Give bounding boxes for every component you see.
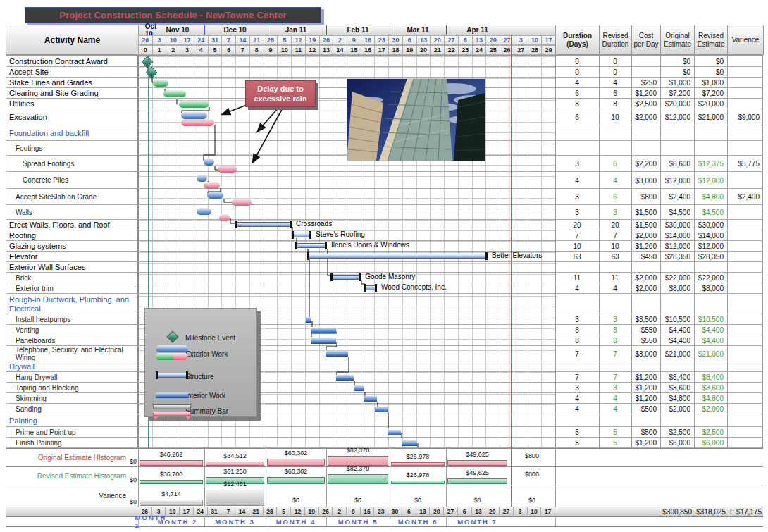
week-number-cell[interactable]: 28	[528, 45, 543, 55]
data-cell[interactable]: $28,350	[695, 252, 726, 262]
week-number-cell[interactable]: 29	[541, 45, 556, 55]
week-date-cell[interactable]: 3	[514, 35, 528, 45]
data-cell[interactable]: 6	[600, 88, 631, 99]
data-cell[interactable]: 8	[600, 325, 631, 335]
gantt-bar-original[interactable]	[207, 192, 223, 199]
data-cell[interactable]: $500	[632, 404, 659, 414]
data-cell[interactable]: 8	[556, 335, 598, 346]
data-cell[interactable]: 11	[600, 273, 631, 283]
data-cell[interactable]: 7	[556, 372, 598, 383]
data-cell[interactable]: 4	[600, 283, 631, 294]
data-cell[interactable]: 3	[600, 314, 631, 325]
data-cell[interactable]: $28,350	[661, 252, 693, 262]
week-number-cell[interactable]: 18	[388, 45, 403, 55]
activity-cell[interactable]: Hang Drywall	[6, 372, 137, 383]
week-number-cell[interactable]: 10	[277, 45, 292, 55]
data-cell[interactable]: $2,500	[661, 427, 693, 438]
gantt-bar-revised[interactable]	[218, 166, 237, 173]
week-number-cell[interactable]: 8	[249, 45, 264, 55]
data-cell[interactable]: 3	[556, 314, 598, 325]
data-cell[interactable]: $3,600	[695, 383, 726, 393]
data-cell[interactable]: $2,000	[632, 273, 659, 283]
gantt-bar-structure[interactable]	[235, 222, 292, 227]
data-cell[interactable]: 20	[600, 220, 631, 230]
week-date-cell[interactable]: 10	[166, 35, 180, 45]
activity-cell[interactable]: Skimming	[6, 393, 137, 404]
gantt-bar-interior[interactable]	[311, 328, 336, 333]
data-cell[interactable]: 4	[556, 393, 598, 404]
week-number-cell[interactable]: 22	[444, 45, 459, 55]
data-cell[interactable]: $550	[632, 335, 659, 346]
activity-cell[interactable]: Finish Painting	[6, 438, 137, 448]
data-cell[interactable]: $4,400	[661, 325, 693, 335]
data-cell[interactable]: $3,500	[632, 314, 659, 325]
data-cell[interactable]: 4	[600, 404, 631, 414]
week-date-cell[interactable]: 28	[264, 35, 278, 45]
data-cell[interactable]: 3	[600, 383, 631, 393]
activity-cell[interactable]: Construction Contract Award	[6, 56, 137, 67]
gantt-bar-interior[interactable]	[354, 385, 364, 391]
week-date-cell[interactable]: 12	[291, 35, 306, 45]
data-cell[interactable]: $4,800	[695, 393, 726, 404]
activity-cell[interactable]: Foundation and backfill	[6, 125, 137, 141]
gantt-bar-interior[interactable]	[311, 338, 336, 344]
data-cell[interactable]: $30,000	[695, 220, 726, 230]
data-cell[interactable]: $0	[695, 67, 726, 78]
week-number-cell[interactable]: 15	[347, 45, 361, 55]
data-cell[interactable]: $20,000	[661, 99, 693, 109]
data-cell[interactable]: $12,000	[695, 172, 726, 189]
activity-cell[interactable]: Stake Lines and Grades	[6, 78, 137, 88]
data-cell[interactable]: $3,600	[661, 383, 693, 393]
week-number-cell[interactable]: 16	[361, 45, 376, 55]
week-number-cell[interactable]: 26	[500, 45, 514, 55]
data-cell[interactable]: $10,500	[661, 314, 693, 325]
activity-cell[interactable]: Panelboards	[6, 335, 137, 346]
gantt-bar-exterior[interactable]	[163, 90, 186, 97]
week-date-cell[interactable]: 19	[305, 35, 320, 45]
data-cell[interactable]: 0	[556, 67, 598, 78]
data-cell[interactable]: $0	[661, 67, 693, 78]
week-number-cell[interactable]: 1	[152, 45, 167, 55]
activity-cell[interactable]: Glazing systems	[6, 241, 137, 252]
week-number-cell[interactable]: 27	[514, 45, 528, 55]
week-number-cell[interactable]: 20	[416, 45, 431, 55]
data-cell[interactable]: 6	[556, 109, 598, 125]
week-number-cell[interactable]: 12	[305, 45, 320, 55]
data-cell[interactable]: 5	[556, 438, 598, 448]
activity-cell[interactable]: Concrete Piles	[6, 172, 137, 189]
week-date-cell[interactable]: 7	[221, 35, 236, 45]
data-cell[interactable]: $450	[632, 252, 659, 262]
gantt-bar-structure[interactable]	[364, 285, 377, 290]
data-cell[interactable]: $1,000	[695, 78, 726, 88]
data-cell[interactable]: $8,400	[695, 372, 726, 383]
data-cell[interactable]: 8	[556, 325, 598, 335]
gantt-bar-interior[interactable]	[336, 375, 354, 381]
week-date-cell[interactable]: 16	[361, 35, 376, 45]
data-cell[interactable]: 5	[600, 438, 631, 448]
activity-cell[interactable]: Brick	[6, 273, 137, 283]
activity-cell[interactable]: Spread Footings	[6, 156, 137, 172]
data-cell[interactable]: $2,000	[632, 230, 659, 241]
data-cell[interactable]: 63	[600, 252, 631, 262]
data-cell[interactable]: 3	[556, 189, 598, 205]
data-cell[interactable]: $3,000	[632, 172, 659, 189]
data-cell[interactable]: 8	[556, 99, 598, 109]
data-cell[interactable]: $12,375	[695, 156, 726, 172]
data-cell[interactable]: $6,000	[695, 438, 726, 448]
week-date-cell[interactable]: 20	[430, 35, 445, 45]
data-cell[interactable]: 10	[600, 241, 631, 252]
data-cell[interactable]: $22,000	[695, 273, 726, 283]
week-date-cell[interactable]: 24	[194, 35, 209, 45]
data-cell[interactable]: $6,600	[661, 156, 693, 172]
week-number-cell[interactable]: 3	[180, 45, 194, 55]
data-cell[interactable]: $14,000	[661, 230, 693, 241]
data-cell[interactable]: 0	[600, 67, 631, 78]
data-cell[interactable]: $2,000	[661, 404, 693, 414]
activity-cell[interactable]: Prime and Point-up	[6, 427, 137, 438]
data-cell[interactable]: $2,000	[632, 283, 659, 294]
week-date-cell[interactable]: 26	[319, 35, 334, 45]
data-cell[interactable]: $250	[632, 78, 659, 88]
activity-cell[interactable]: Walls	[6, 205, 137, 220]
data-cell[interactable]: $2,500	[695, 427, 726, 438]
week-number-cell[interactable]: 17	[374, 45, 389, 55]
